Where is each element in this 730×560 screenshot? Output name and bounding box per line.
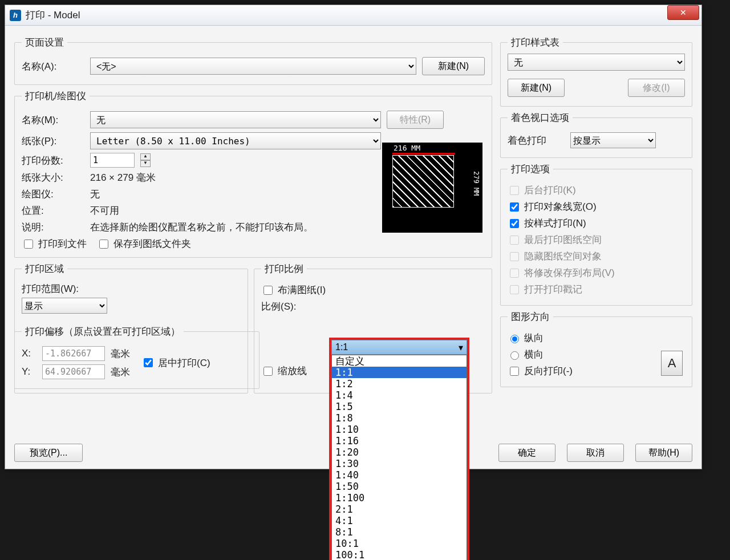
- help-button[interactable]: 帮助(H): [635, 444, 692, 462]
- ok-button[interactable]: 确定: [498, 444, 555, 462]
- scale-option[interactable]: 1:2: [332, 378, 467, 389]
- print-scale-legend: 打印比例: [261, 262, 307, 275]
- scale-select-current[interactable]: 1:1▾: [331, 340, 467, 355]
- shaded-label: 着色打印: [508, 134, 565, 147]
- print-option-check: 打开打印戳记: [508, 283, 582, 296]
- scale-option[interactable]: 10:1: [332, 538, 467, 549]
- print-offset-group: 打印偏移（原点设置在可打印区域） X:毫米 Y:毫米 居中打印(C): [14, 325, 259, 389]
- location-label: 位置:: [22, 204, 84, 217]
- orientation-legend: 图形方向: [508, 310, 553, 323]
- scale-option[interactable]: 2:1: [332, 504, 467, 515]
- scale-lineweight-check[interactable]: 缩放线: [261, 364, 307, 378]
- print-option-check: 最后打印图纸空间: [508, 233, 602, 246]
- landscape-radio[interactable]: 横向: [508, 348, 544, 361]
- page-name-label: 名称(A):: [22, 60, 84, 73]
- plotter-value: 无: [90, 188, 100, 201]
- page-name-select[interactable]: <无>: [90, 58, 416, 75]
- titlebar: h 打印 - Model ✕: [5, 5, 701, 26]
- portrait-radio[interactable]: 纵向: [508, 331, 544, 344]
- app-icon: h: [10, 10, 21, 21]
- scale-option[interactable]: 4:1: [332, 515, 467, 526]
- scale-option[interactable]: 1:8: [332, 412, 467, 424]
- center-print-check[interactable]: 居中打印(C): [141, 356, 210, 370]
- scale-option[interactable]: 100:1: [332, 549, 467, 560]
- paper-preview: 216 MM 279 MM: [382, 143, 482, 233]
- page-new-button[interactable]: 新建(N): [422, 57, 485, 75]
- copies-label: 打印份数:: [22, 154, 84, 167]
- print-option-check[interactable]: 打印对象线宽(O): [508, 200, 597, 213]
- print-offset-legend: 打印偏移（原点设置在可打印区域）: [22, 325, 184, 338]
- page-setup-legend: 页面设置: [22, 36, 67, 49]
- print-area-legend: 打印区域: [22, 262, 67, 275]
- print-options-legend: 打印选项: [508, 163, 553, 176]
- preview-height-label: 279 MM: [472, 171, 480, 196]
- printer-name-label: 名称(M):: [22, 113, 84, 127]
- printer-legend: 打印机/绘图仪: [22, 90, 90, 103]
- reverse-print-check[interactable]: 反向打印(-): [508, 364, 573, 378]
- desc-label: 说明:: [22, 221, 84, 234]
- location-value: 不可用: [90, 204, 119, 217]
- style-new-button[interactable]: 新建(N): [508, 79, 565, 97]
- scale-option[interactable]: 1:10: [332, 424, 467, 435]
- window-title: 打印 - Model: [26, 9, 699, 22]
- scale-option[interactable]: 1:20: [332, 447, 467, 458]
- paper-label: 纸张(P):: [22, 135, 84, 148]
- print-to-file-check[interactable]: 打印到文件: [22, 237, 87, 250]
- scale-option[interactable]: 1:50: [332, 481, 467, 492]
- offset-y-input[interactable]: [42, 364, 105, 379]
- scale-option-list: 自定义1:11:21:41:51:81:101:161:201:301:401:…: [331, 355, 467, 560]
- print-option-check[interactable]: 按样式打印(N): [508, 217, 586, 230]
- close-button[interactable]: ✕: [667, 5, 699, 20]
- scale-dropdown-open[interactable]: 1:1▾ 自定义1:11:21:41:51:81:101:161:201:301…: [329, 338, 469, 560]
- style-modify-button: 修改(I): [628, 79, 685, 97]
- scale-option[interactable]: 1:5: [332, 401, 467, 412]
- cancel-button[interactable]: 取消: [567, 444, 624, 462]
- save-to-folder-check[interactable]: 保存到图纸文件夹: [97, 237, 191, 250]
- shaded-legend: 着色视口选项: [508, 111, 573, 124]
- scale-option[interactable]: 1:30: [332, 458, 467, 469]
- plotter-label: 绘图仪:: [22, 188, 84, 201]
- offset-x-label: X:: [22, 348, 36, 359]
- scale-option[interactable]: 1:4: [332, 389, 467, 401]
- shaded-select[interactable]: 按显示: [570, 132, 656, 148]
- papersize-label: 纸张大小:: [22, 171, 84, 184]
- print-option-check: 隐藏图纸空间对象: [508, 250, 602, 263]
- page-setup-group: 页面设置 名称(A): <无> 新建(N): [14, 36, 492, 85]
- printer-name-select[interactable]: 无: [90, 111, 381, 128]
- scale-label: 比例(S):: [261, 300, 307, 313]
- scale-option[interactable]: 自定义: [332, 355, 467, 367]
- print-option-check: 将修改保存到布局(V): [508, 266, 615, 279]
- scale-option[interactable]: 8:1: [332, 526, 467, 538]
- scale-option[interactable]: 1:16: [332, 435, 467, 447]
- scale-option[interactable]: 1:100: [332, 492, 467, 504]
- scale-option[interactable]: 1:40: [332, 469, 467, 481]
- paper-select[interactable]: Letter (8.50 x 11.00 Inches): [90, 132, 381, 149]
- print-option-check: 后台打印(K): [508, 184, 576, 197]
- offset-y-label: Y:: [22, 366, 36, 378]
- style-table-group: 打印样式表 无 新建(N) 修改(I): [500, 36, 692, 107]
- copies-spinner[interactable]: ▲▼: [140, 153, 151, 167]
- desc-value: 在选择新的绘图仪配置名称之前，不能打印该布局。: [90, 221, 313, 234]
- preview-width-label: 216 MM: [394, 144, 420, 152]
- print-options-group: 打印选项 后台打印(K)打印对象线宽(O)按样式打印(N)最后打印图纸空间隐藏图…: [500, 163, 692, 306]
- orientation-icon: A: [661, 351, 683, 376]
- papersize-value: 216 × 279 毫米: [90, 171, 156, 184]
- print-range-select[interactable]: 显示: [22, 298, 107, 314]
- print-range-label: 打印范围(W):: [22, 282, 241, 295]
- preview-button[interactable]: 预览(P)...: [14, 444, 83, 462]
- scale-option[interactable]: 1:1: [332, 367, 467, 378]
- fit-paper-check[interactable]: 布满图纸(I): [261, 283, 326, 297]
- orientation-group: 图形方向 纵向 横向 反向打印(-) A: [500, 310, 692, 387]
- offset-x-input[interactable]: [42, 346, 105, 361]
- style-table-select[interactable]: 无: [508, 54, 685, 71]
- printer-props-button: 特性(R): [387, 111, 444, 129]
- copies-input[interactable]: [90, 153, 135, 168]
- shaded-viewport-group: 着色视口选项 着色打印 按显示: [500, 111, 692, 158]
- printer-group: 打印机/绘图仪 名称(M): 无 特性(R) 纸张(P): Letter (8.…: [14, 90, 492, 258]
- style-table-legend: 打印样式表: [508, 36, 563, 49]
